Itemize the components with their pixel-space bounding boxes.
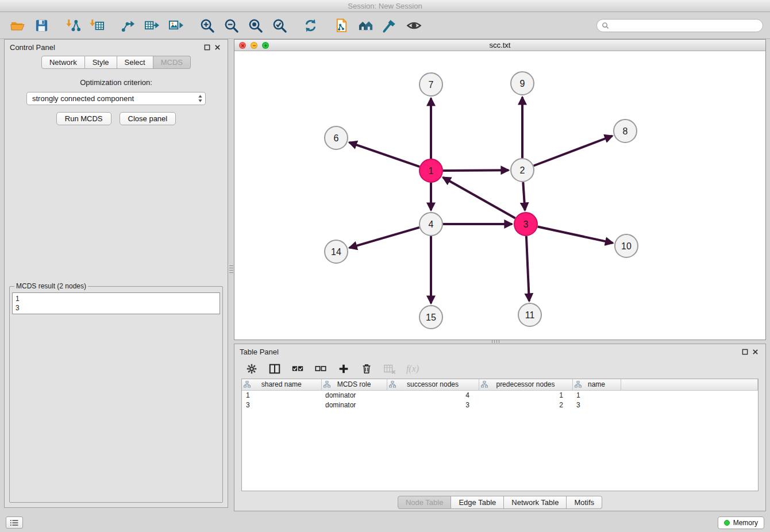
- network-from-selection-icon[interactable]: [331, 16, 352, 35]
- settings-gear-icon[interactable]: [244, 361, 260, 376]
- close-panel-button[interactable]: Close panel: [120, 112, 176, 125]
- control-tab-mcds[interactable]: MCDS: [153, 56, 191, 69]
- graph-node-6[interactable]: 6: [325, 126, 348, 149]
- table-cell[interactable]: 3: [572, 400, 621, 410]
- graph-node-3[interactable]: 3: [514, 213, 537, 236]
- table-tab-motifs[interactable]: Motifs: [567, 496, 602, 509]
- table-cell[interactable]: dominator: [321, 390, 387, 400]
- zoom-window-icon[interactable]: [262, 42, 269, 49]
- table-cell[interactable]: 1: [479, 390, 572, 400]
- graph-edge-1-6[interactable]: [349, 142, 420, 167]
- select-all-icon[interactable]: [290, 361, 306, 376]
- window-controls: [239, 42, 269, 49]
- table-tab-network-table[interactable]: Network Table: [504, 496, 567, 509]
- zoom-out-icon[interactable]: [221, 16, 241, 35]
- save-session-icon[interactable]: [31, 16, 52, 35]
- graph-node-7[interactable]: 7: [419, 73, 442, 96]
- graph-edge-4-14[interactable]: [349, 228, 419, 248]
- graph-node-9[interactable]: 9: [511, 72, 534, 95]
- table-cell[interactable]: 3: [242, 400, 321, 410]
- graph-node-1[interactable]: 1: [419, 159, 442, 182]
- graph-node-10[interactable]: 10: [615, 234, 638, 257]
- run-mcds-button[interactable]: Run MCDS: [56, 112, 111, 125]
- mcds-result-text[interactable]: 13: [12, 292, 220, 314]
- network-window-title: scc.txt: [490, 41, 511, 49]
- table-panel-header: Table Panel: [234, 344, 765, 359]
- function-builder-label: f(x): [406, 364, 419, 374]
- graph-edge-2-8[interactable]: [534, 136, 613, 166]
- toolbar-group: [62, 16, 107, 35]
- export-network-icon[interactable]: [117, 16, 138, 35]
- table-row[interactable]: 3dominator323: [242, 400, 758, 410]
- apply-layout-icon[interactable]: [300, 16, 321, 35]
- column-header-shared-name[interactable]: shared name: [242, 379, 321, 390]
- graph-edge-2-3[interactable]: [523, 182, 525, 210]
- column-header-label: name: [588, 380, 605, 388]
- network-canvas[interactable]: 7968124314101511: [234, 51, 765, 340]
- table-cell-filler: [621, 400, 758, 410]
- close-window-icon[interactable]: [239, 42, 246, 49]
- graph-node-15[interactable]: 15: [419, 306, 442, 329]
- split-panel-icon[interactable]: [267, 361, 283, 376]
- table-cell[interactable]: 4: [387, 390, 479, 400]
- import-network-icon[interactable]: [62, 16, 83, 35]
- svg-text:11: 11: [525, 310, 535, 320]
- column-header-filler: [621, 379, 758, 390]
- close-panel-icon[interactable]: [212, 42, 222, 52]
- table-tab-node-table[interactable]: Node Table: [398, 496, 452, 509]
- show-hide-icon[interactable]: [403, 16, 424, 35]
- table-cell[interactable]: 3: [387, 400, 479, 410]
- graph-node-11[interactable]: 11: [518, 303, 541, 326]
- vertical-split-handle[interactable]: [229, 265, 233, 274]
- graph-node-2[interactable]: 2: [511, 159, 534, 182]
- memory-button[interactable]: Memory: [718, 516, 764, 529]
- control-tab-network[interactable]: Network: [41, 56, 85, 69]
- mcds-result-line: 3: [16, 303, 217, 313]
- graph-edge-1-2[interactable]: [443, 170, 509, 171]
- open-session-icon[interactable]: [7, 16, 28, 35]
- minimize-window-icon[interactable]: [251, 42, 257, 49]
- column-header-predecessor-nodes[interactable]: predecessor nodes: [479, 379, 572, 390]
- control-tab-style[interactable]: Style: [85, 56, 117, 69]
- table-panel: Table Panel f(x) shared nameMCDS rolesuc…: [234, 344, 766, 511]
- zoom-selected-icon[interactable]: [269, 16, 290, 35]
- style-brush-icon[interactable]: [379, 16, 400, 35]
- column-header-name[interactable]: name: [572, 379, 621, 390]
- graph-node-8[interactable]: 8: [614, 119, 637, 142]
- table-cell[interactable]: 2: [479, 400, 572, 410]
- table-cell[interactable]: dominator: [321, 400, 387, 410]
- table-cell[interactable]: 1: [572, 390, 621, 400]
- task-history-icon[interactable]: [6, 516, 23, 529]
- export-table-icon[interactable]: [141, 16, 162, 35]
- table-cell[interactable]: 1: [242, 390, 321, 400]
- export-image-icon[interactable]: [165, 16, 186, 35]
- column-header-MCDS-role[interactable]: MCDS role: [321, 379, 387, 390]
- first-neighbors-icon[interactable]: [355, 16, 376, 35]
- graph-edge-3-1[interactable]: [443, 178, 515, 218]
- horizontal-split-handle[interactable]: [492, 340, 500, 343]
- zoom-in-icon[interactable]: [197, 16, 217, 35]
- table-row[interactable]: 1dominator411: [242, 390, 758, 400]
- close-table-panel-icon[interactable]: [750, 346, 760, 357]
- unselect-all-icon[interactable]: [313, 361, 329, 376]
- graph-edge-3-10[interactable]: [538, 227, 613, 243]
- column-header-successor-nodes[interactable]: successor nodes: [387, 379, 479, 390]
- graph-node-4[interactable]: 4: [419, 213, 442, 236]
- float-panel-icon[interactable]: [202, 42, 212, 52]
- svg-text:10: 10: [621, 241, 632, 251]
- column-tree-icon: [481, 381, 488, 388]
- column-header-label: MCDS role: [337, 380, 371, 388]
- import-table-icon[interactable]: [86, 16, 107, 35]
- add-column-icon[interactable]: [336, 361, 352, 376]
- search-input[interactable]: [612, 21, 758, 29]
- svg-text:14: 14: [331, 247, 341, 257]
- graph-node-14[interactable]: 14: [325, 240, 348, 263]
- control-tab-select[interactable]: Select: [117, 56, 153, 69]
- delete-column-icon[interactable]: [359, 361, 375, 376]
- table-tab-edge-table[interactable]: Edge Table: [451, 496, 504, 509]
- search-box[interactable]: [596, 19, 763, 32]
- optimization-criterion-dropdown[interactable]: strongly connected component: [26, 92, 206, 105]
- float-table-panel-icon[interactable]: [740, 346, 750, 357]
- zoom-fit-icon[interactable]: [245, 16, 265, 35]
- graph-edge-3-11[interactable]: [526, 236, 529, 301]
